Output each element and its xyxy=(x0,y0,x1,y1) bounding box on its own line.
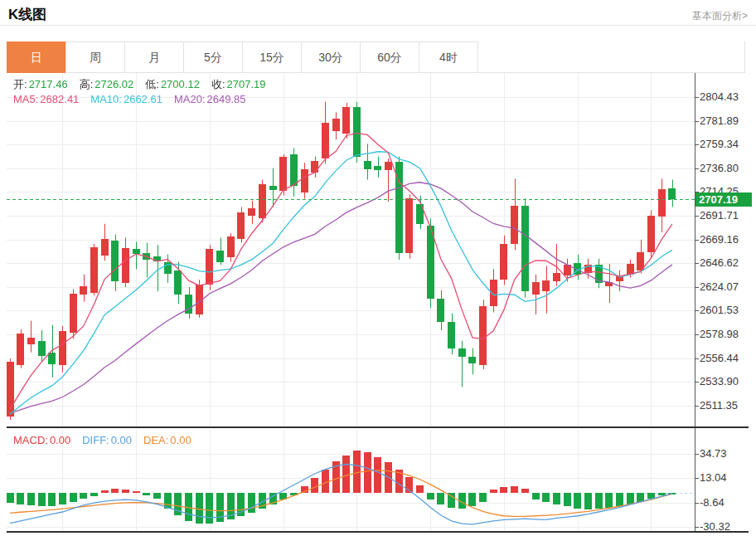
price-axis-label: 2624.07 xyxy=(700,280,739,293)
macd-legend-item: DEA:0.00 xyxy=(143,434,191,446)
macd-legend: MACD:0.00DIFF:0.00DEA:0.00 xyxy=(13,434,203,446)
price-axis-label: 2556.44 xyxy=(700,352,739,364)
tab-月[interactable]: 月 xyxy=(124,41,184,73)
tab-15分[interactable]: 15分 xyxy=(242,41,302,73)
price-axis-label: 2669.16 xyxy=(700,233,739,246)
interval-tab-bar: 日周月5分15分30分60分4时 xyxy=(7,41,745,73)
price-axis-label: 2736.80 xyxy=(700,162,739,174)
ma-legend: MA5:2682.41MA10:2662.61MA20:2649.85 xyxy=(13,93,258,105)
ma-legend-item: MA10:2662.61 xyxy=(90,93,162,105)
price-axis-label: 2759.34 xyxy=(700,138,739,150)
fundamental-analysis-link[interactable]: 基本面分析> xyxy=(692,9,748,23)
macd-legend-item: MACD:0.00 xyxy=(13,434,70,446)
tab-日[interactable]: 日 xyxy=(7,41,66,73)
price-axis-label: 2804.43 xyxy=(700,90,739,103)
tab-30分[interactable]: 30分 xyxy=(301,41,361,73)
tab-周[interactable]: 周 xyxy=(65,41,125,73)
candlestick-chart-canvas[interactable] xyxy=(7,73,695,428)
macd-axis-label: 34.73 xyxy=(700,447,727,460)
macd-axis-label: 13.04 xyxy=(700,471,727,484)
price-axis-line xyxy=(695,73,695,533)
price-axis-label: 2646.62 xyxy=(700,256,739,269)
price-axis-label: 2601.53 xyxy=(700,304,739,316)
tab-4时[interactable]: 4时 xyxy=(419,41,478,73)
ohlc-legend-item: 开:2717.46 xyxy=(13,78,68,90)
price-axis-label: 2533.90 xyxy=(700,375,739,387)
kline-widget: K线图 基本面分析> 日周月5分15分30分60分4时 开:2717.46高:2… xyxy=(0,0,756,536)
ohlc-legend: 开:2717.46高:2726.02低:2700.12收:2707.19 xyxy=(13,77,278,92)
price-axis-label: 2578.98 xyxy=(700,328,739,340)
ma-legend-item: MA5:2682.41 xyxy=(13,93,79,105)
tab-60分[interactable]: 60分 xyxy=(360,41,419,73)
ohlc-legend-item: 收:2707.19 xyxy=(211,78,266,90)
ma-legend-item: MA20:2649.85 xyxy=(174,93,246,105)
ohlc-legend-item: 高:2726.02 xyxy=(80,78,134,90)
tab-bar-filler xyxy=(478,41,745,73)
panel-separator xyxy=(7,426,749,428)
macd-axis-labels: 34.7313.04-8.64-30.32 xyxy=(699,430,756,530)
price-axis-label: 2511.35 xyxy=(700,399,738,412)
current-price-badge: 2707.19 xyxy=(695,192,752,207)
price-axis-label: 2781.89 xyxy=(700,115,739,127)
macd-axis-label: -8.64 xyxy=(700,496,724,509)
page-title: K线图 xyxy=(8,5,46,24)
header-divider xyxy=(0,25,756,26)
macd-legend-item: DIFF:0.00 xyxy=(82,434,132,446)
bottom-border xyxy=(7,531,749,533)
tab-5分[interactable]: 5分 xyxy=(183,41,243,73)
price-axis-labels: 2804.432781.892759.342736.802714.252691.… xyxy=(699,73,756,428)
price-axis-label: 2691.71 xyxy=(700,209,739,222)
ohlc-legend-item: 低:2700.12 xyxy=(145,78,200,90)
